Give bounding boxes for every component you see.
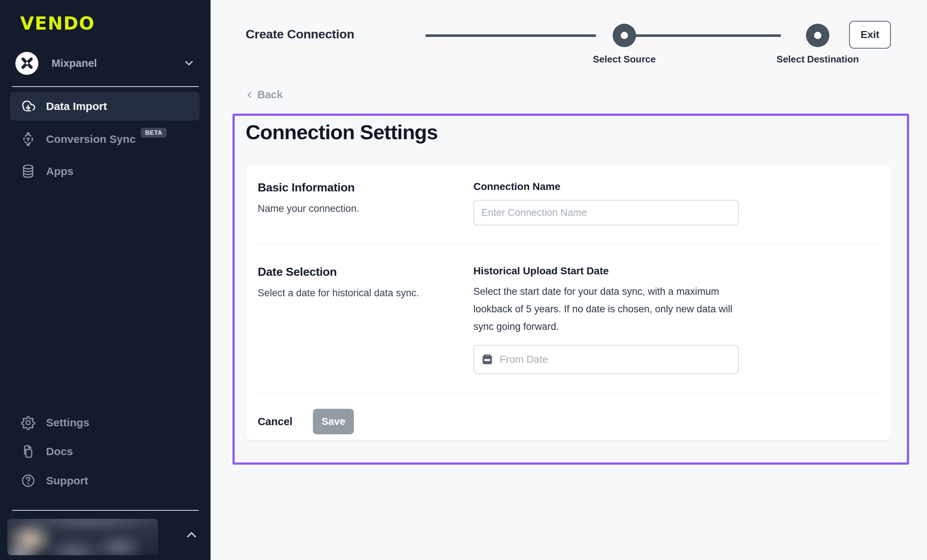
save-button[interactable]: Save (313, 409, 354, 434)
mixpanel-logo-icon (15, 52, 38, 75)
chevron-left-icon (245, 90, 254, 100)
chevron-up-icon[interactable] (184, 527, 199, 542)
chevron-down-icon (183, 57, 195, 70)
historical-upload-start-date-label: Historical Upload Start Date (473, 265, 880, 277)
basic-information-section: Basic Information Name your connection. … (258, 165, 880, 245)
connection-name-label: Connection Name (473, 181, 880, 193)
step-dot-select-source (612, 24, 636, 47)
app-root: Vendo Mixpanel Data Imp (0, 0, 927, 560)
step-connector-1 (426, 34, 596, 37)
sidebar-item-settings[interactable]: Settings (10, 408, 199, 437)
sidebar-item-label: Settings (46, 416, 89, 429)
sidebar-divider-top (12, 86, 199, 87)
cancel-button[interactable]: Cancel (258, 416, 292, 428)
sidebar-item-label: Apps (46, 165, 73, 178)
conversion-sync-icon (20, 131, 36, 147)
step-connector-2 (619, 34, 781, 37)
date-selection-section: Date Selection Select a date for histori… (258, 245, 880, 394)
connection-settings-panel: Connection Settings Basic Information Na… (233, 114, 909, 464)
calendar-icon (481, 353, 494, 366)
sidebar-divider-bottom (12, 510, 199, 511)
sidebar-item-apps[interactable]: Apps (10, 157, 199, 185)
back-link[interactable]: Back (245, 89, 283, 101)
sidebar-item-label: Conversion Sync (46, 133, 135, 146)
sidebar-item-docs[interactable]: Docs (10, 437, 199, 466)
date-selection-heading: Date Selection (258, 265, 473, 279)
basic-information-heading: Basic Information (258, 181, 473, 194)
help-circle-icon (20, 473, 36, 489)
connection-name-input[interactable] (473, 200, 739, 225)
from-date-input[interactable] (500, 346, 731, 373)
page-title: Connection Settings (246, 120, 907, 144)
sidebar-item-support[interactable]: Support (10, 466, 199, 495)
back-link-label: Back (257, 89, 283, 101)
user-profile-blur (7, 519, 158, 555)
wizard-title: Create Connection (246, 27, 354, 41)
vendo-logo: Vendo (20, 13, 95, 34)
form-actions: Cancel Save (258, 394, 880, 434)
database-icon (20, 163, 36, 179)
beta-badge: BETA (141, 128, 167, 138)
exit-button[interactable]: Exit (849, 21, 891, 49)
cloud-download-icon (20, 98, 36, 114)
document-icon (20, 443, 36, 460)
basic-information-description: Name your connection. (258, 203, 473, 214)
topbar: Create Connection Select Source Select D… (211, 0, 927, 74)
step-label-select-destination: Select Destination (755, 54, 880, 65)
sidebar-item-conversion-sync[interactable]: Conversion Sync BETA (10, 125, 199, 153)
step-label-select-source: Select Source (562, 54, 687, 65)
topbar-divider (234, 74, 904, 74)
date-selection-description: Select a date for historical data sync. (258, 287, 473, 299)
workspace-switcher[interactable]: Mixpanel (15, 51, 195, 75)
historical-upload-help-text: Select the start date for your data sync… (473, 283, 737, 335)
user-profile-blurred[interactable] (7, 519, 158, 555)
sidebar-item-data-import[interactable]: Data Import (10, 92, 199, 121)
from-date-field[interactable] (473, 345, 739, 374)
settings-card: Basic Information Name your connection. … (246, 164, 892, 440)
step-dot-select-destination (806, 24, 830, 47)
sidebar-item-label: Data Import (46, 100, 107, 112)
main-content: Create Connection Select Source Select D… (211, 0, 927, 560)
workspace-name: Mixpanel (52, 57, 183, 70)
sidebar: Vendo Mixpanel Data Imp (0, 0, 211, 560)
gear-icon (20, 414, 36, 431)
sidebar-item-label: Docs (46, 445, 73, 458)
sidebar-item-label: Support (46, 475, 88, 487)
